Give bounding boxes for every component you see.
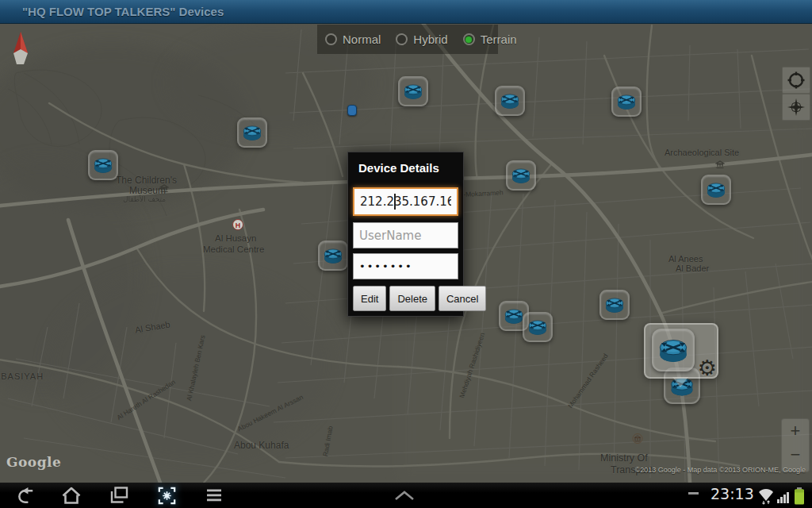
device-marker[interactable] — [495, 86, 525, 116]
device-marker[interactable] — [523, 312, 553, 342]
back-button[interactable] — [13, 484, 39, 506]
radio-normal-label[interactable]: Normal — [343, 33, 381, 46]
device-callout: ⚙ — [644, 323, 718, 379]
router-icon — [604, 296, 625, 314]
ministry-icon — [632, 433, 643, 444]
compass-rose-icon — [787, 98, 806, 117]
hospital-icon: H — [232, 219, 243, 230]
device-marker[interactable] — [237, 117, 267, 148]
radio-hybrid[interactable] — [396, 33, 408, 45]
router-icon — [527, 318, 548, 336]
screenshot-button[interactable] — [154, 484, 179, 506]
device-marker[interactable] — [701, 175, 731, 205]
map-attribution: ©2013 Google - Map data ©2013 ORION-ME, … — [635, 466, 806, 474]
museum-icon — [159, 184, 169, 193]
map-type-selector: Normal Hybrid Terrain — [317, 25, 498, 54]
cancel-button[interactable]: Cancel — [439, 286, 486, 311]
menu-button[interactable] — [201, 484, 227, 506]
my-location-button[interactable] — [782, 67, 810, 94]
svg-text:H: H — [236, 221, 241, 229]
username-input[interactable] — [353, 222, 458, 248]
android-screen: "HQ FLOW TOP TALKERS" Devices — [0, 0, 812, 508]
status-dash-icon — [688, 492, 699, 495]
place-label-al-anees: Al Anees — [668, 254, 703, 264]
place-label-husayn-line1: Al Husayn — [215, 233, 256, 243]
radio-hybrid-label[interactable]: Hybrid — [413, 33, 447, 46]
screenshot-icon — [156, 485, 178, 506]
zoom-control: + − — [781, 418, 810, 472]
device-details-dialog: Device Details Edit Delete Cancel — [347, 152, 464, 317]
compass-needle-icon[interactable] — [10, 30, 32, 67]
router-icon — [657, 337, 689, 364]
callout-pointer — [672, 377, 688, 387]
router-icon — [403, 83, 423, 100]
router-icon — [500, 92, 520, 110]
battery-status — [787, 485, 812, 507]
place-label-abou-kuhafa: Abou Kuhafa — [234, 440, 289, 451]
device-marker[interactable] — [599, 290, 630, 320]
home-button[interactable] — [59, 484, 84, 506]
place-label-ministry-line1: Ministry Of — [600, 452, 648, 464]
device-marker[interactable] — [611, 87, 642, 117]
router-icon — [323, 247, 343, 264]
dialog-title: Device Details — [358, 161, 439, 175]
router-icon — [616, 93, 637, 110]
app-title: "HQ FLOW TOP TALKERS" Devices — [22, 5, 224, 18]
place-label-rabasiyah: RABASIYAH — [0, 371, 44, 381]
router-icon — [93, 156, 113, 174]
location-dot-marker[interactable] — [347, 105, 357, 116]
compass-rose-button[interactable] — [782, 94, 810, 121]
recent-apps-icon — [108, 485, 130, 506]
menu-icon — [205, 486, 224, 505]
radio-normal[interactable] — [325, 33, 337, 45]
router-icon — [706, 181, 726, 198]
zoom-out-button[interactable]: − — [782, 444, 809, 465]
text-cursor — [394, 194, 396, 210]
place-label-archaeological-site: Archaeological Site — [665, 148, 739, 157]
radio-terrain[interactable] — [463, 33, 475, 45]
battery-icon — [793, 487, 806, 506]
gear-icon[interactable]: ⚙ — [698, 356, 717, 380]
device-marker[interactable] — [88, 150, 118, 180]
password-input[interactable] — [353, 253, 458, 279]
android-nav-bar: 23:13 — [0, 483, 812, 508]
place-label-husayn-line2: Medical Centre — [203, 244, 264, 254]
dialog-button-row: Edit Delete Cancel — [353, 286, 486, 311]
callout-router-button[interactable] — [652, 329, 695, 371]
device-marker[interactable] — [318, 241, 348, 271]
chevron-up-icon — [393, 489, 416, 502]
google-watermark: Google — [6, 454, 61, 470]
my-location-icon — [787, 71, 806, 90]
zoom-in-button[interactable]: + — [782, 421, 809, 441]
edit-button[interactable]: Edit — [353, 286, 386, 311]
title-bar: "HQ FLOW TOP TALKERS" Devices — [0, 0, 812, 24]
place-label-childrens-museum-arabic: متحف الأطفال — [123, 195, 166, 203]
back-icon — [16, 485, 37, 506]
device-marker[interactable] — [506, 160, 536, 190]
home-icon — [60, 485, 82, 506]
router-icon — [504, 307, 524, 325]
router-icon — [511, 167, 531, 184]
delete-button[interactable]: Delete — [389, 286, 435, 311]
place-label-al-bader: Al Bader — [676, 264, 709, 273]
recent-apps-button[interactable] — [106, 484, 132, 506]
site-icon — [715, 160, 725, 169]
router-icon — [242, 124, 262, 141]
expand-tray-button[interactable] — [392, 484, 417, 506]
ip-address-input[interactable] — [353, 187, 458, 216]
radio-terrain-label[interactable]: Terrain — [481, 33, 517, 46]
status-clock[interactable]: 23:13 — [710, 485, 754, 502]
device-marker[interactable] — [398, 76, 428, 106]
